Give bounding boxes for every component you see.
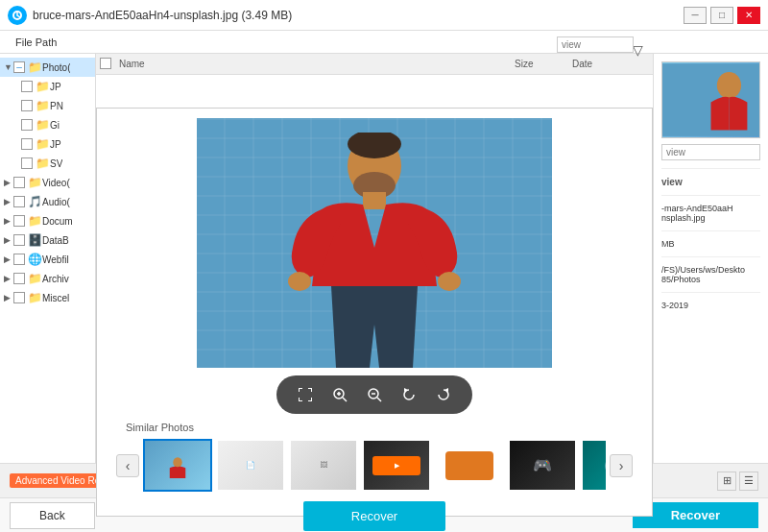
zoom-in-button[interactable]: [326, 381, 353, 408]
sidebar-item-misc[interactable]: ▶ 📁 Miscel: [0, 288, 95, 307]
doc-checkbox[interactable]: [13, 215, 25, 227]
fit-screen-button[interactable]: [292, 381, 319, 408]
sidebar-item-label: DataB: [42, 235, 69, 246]
sidebar-item-jpg2[interactable]: 📁 JP: [0, 134, 95, 154]
similar-thumb-4[interactable]: ▶: [362, 439, 431, 492]
png-checkbox[interactable]: [21, 100, 33, 111]
main-layout: ▼ ─ 📁 Photo( 📁 JP 📁 PN 📁 Gi 📁: [0, 54, 768, 463]
svg-point-14: [173, 457, 181, 468]
similar-photos-row: ‹ 📄: [107, 439, 642, 492]
chevron-right-icon: ▶: [4, 254, 13, 264]
menu-file-path[interactable]: File Path: [8, 36, 64, 48]
sidebar-item-label: Docum: [42, 216, 73, 227]
sidebar-item-png[interactable]: 📁 PN: [0, 96, 95, 115]
maximize-button[interactable]: □: [710, 7, 733, 24]
preview-man-figure: [278, 133, 470, 368]
col-check: [100, 58, 119, 71]
jpg2-checkbox[interactable]: [21, 138, 33, 150]
sidebar-item-webfile[interactable]: ▶ 🌐 Webfil: [0, 250, 95, 269]
folder-icon: 🗄️: [28, 233, 42, 247]
filter-icon[interactable]: ▽: [633, 42, 643, 58]
similar-thumb-6[interactable]: 🎮: [508, 439, 577, 492]
divider: [661, 292, 760, 293]
folder-icon: 📁: [36, 157, 50, 170]
sidebar-item-label: Video(: [42, 178, 70, 188]
close-button[interactable]: ✕: [737, 7, 760, 24]
photos-checkbox[interactable]: ─: [13, 61, 25, 73]
svg-line-10: [343, 398, 347, 401]
similar-photos-label: Similar Photos: [126, 422, 194, 433]
sidebar-item-svg[interactable]: 📁 SV: [0, 154, 95, 173]
folder-icon: 📁: [28, 214, 42, 228]
chevron-right-icon: ▶: [4, 178, 13, 187]
preview-controls: [276, 375, 472, 414]
folder-icon: 📁: [28, 60, 42, 74]
right-panel-thumbnail: [661, 61, 760, 138]
right-panel-search[interactable]: [661, 144, 760, 160]
sidebar-item-database[interactable]: ▶ 🗄️ DataB: [0, 230, 95, 250]
preview-image: [197, 118, 552, 368]
divider: [661, 195, 760, 196]
folder-icon: 📁: [28, 176, 42, 189]
sidebar-item-document[interactable]: ▶ 📁 Docum: [0, 211, 95, 230]
sidebar-item-label: Audio(: [42, 197, 70, 207]
sidebar-item-audio[interactable]: ▶ 🎵 Audio(: [0, 192, 95, 211]
folder-icon: 📁: [36, 99, 50, 112]
divider: [661, 168, 760, 169]
menu-bar: File Path ▽: [0, 31, 768, 54]
chevron-right-icon: ▶: [4, 293, 13, 302]
rotate-left-button[interactable]: [396, 381, 422, 408]
sidebar-item-video[interactable]: ▶ 📁 Video(: [0, 173, 95, 192]
sidebar-item-jpg[interactable]: 📁 JP: [0, 77, 95, 96]
grid-view-button[interactable]: ⊞: [717, 472, 736, 491]
chevron-down-icon: ▼: [4, 62, 13, 72]
svg-point-16: [717, 72, 741, 99]
gif-checkbox[interactable]: [21, 119, 33, 131]
misc-checkbox[interactable]: [13, 292, 25, 303]
video-checkbox[interactable]: [13, 177, 25, 188]
svg-line-13: [377, 398, 381, 401]
jpg-checkbox[interactable]: [21, 81, 33, 92]
file-date-info: 3-2019: [661, 301, 760, 310]
similar-thumb-7[interactable]: 🕐: [581, 439, 606, 492]
db-checkbox[interactable]: [13, 234, 25, 246]
recover-preview-button[interactable]: Recover: [303, 501, 445, 531]
app-logo: [8, 6, 27, 25]
right-panel: view -mars-AndE50aaHnsplash.jpg MB /FS)/…: [653, 54, 768, 463]
title-bar: bruce-mars-AndE50aaHn4-unsplash.jpg (3.4…: [0, 0, 768, 31]
similar-thumb-2[interactable]: 📄: [216, 439, 285, 492]
similar-next-button[interactable]: ›: [610, 454, 633, 477]
archive-checkbox[interactable]: [13, 273, 25, 284]
web-checkbox[interactable]: [13, 254, 25, 265]
col-size-header: Size: [515, 59, 572, 69]
folder-icon: 📁: [36, 137, 50, 151]
chevron-right-icon: ▶: [4, 216, 13, 226]
sidebar-item-photos[interactable]: ▼ ─ 📁 Photo(: [0, 58, 95, 77]
minimize-button[interactable]: ─: [684, 7, 707, 24]
folder-icon: 🎵: [28, 195, 42, 208]
svg-checkbox[interactable]: [21, 157, 33, 169]
rotate-right-button[interactable]: [430, 381, 457, 408]
col-name-header: Name: [119, 59, 515, 69]
sidebar-item-gif[interactable]: 📁 Gi: [0, 115, 95, 134]
col-date-header: Date: [572, 59, 649, 69]
file-size-info: MB: [661, 239, 760, 249]
similar-photos-list: 📄 🖼 ▶: [143, 439, 606, 492]
similar-thumb-1[interactable]: [143, 439, 212, 492]
folder-icon: 📁: [36, 80, 50, 93]
search-input[interactable]: [557, 36, 634, 53]
table-header: Name Size Date: [96, 54, 653, 75]
audio-checkbox[interactable]: [13, 196, 25, 207]
chevron-right-icon: ▶: [4, 235, 13, 245]
sidebar-item-archive[interactable]: ▶ 📁 Archiv: [0, 269, 95, 288]
back-button[interactable]: Back: [10, 502, 95, 529]
zoom-out-button[interactable]: [361, 381, 388, 408]
similar-thumb-3[interactable]: 🖼: [289, 439, 358, 492]
sidebar-item-label: JP: [50, 139, 61, 150]
similar-prev-button[interactable]: ‹: [116, 454, 139, 477]
similar-thumb-5[interactable]: [435, 439, 504, 492]
list-view-button[interactable]: ☰: [739, 472, 758, 491]
sidebar-item-label: Archiv: [42, 274, 69, 284]
window-title: bruce-mars-AndE50aaHn4-unsplash.jpg (3.4…: [33, 9, 760, 22]
folder-icon: 🌐: [28, 253, 42, 266]
